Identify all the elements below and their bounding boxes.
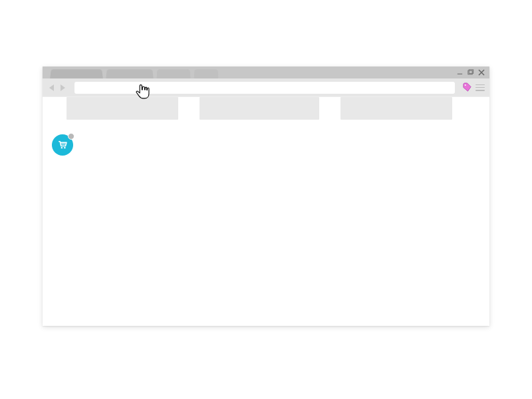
window-controls (456, 68, 485, 76)
cart-button[interactable] (52, 134, 73, 156)
nav-arrows (47, 82, 68, 93)
minimize-icon[interactable] (456, 68, 464, 76)
tab-2[interactable] (106, 69, 153, 78)
back-button[interactable] (47, 82, 57, 93)
svg-marker-6 (61, 84, 65, 91)
cart-icon (57, 139, 68, 151)
tab-active[interactable] (50, 69, 103, 78)
cart-notification-dot (68, 133, 74, 140)
svg-point-11 (64, 147, 65, 148)
tab-strip (43, 66, 489, 78)
svg-marker-5 (49, 84, 54, 91)
content-block-3 (340, 97, 452, 120)
close-icon[interactable] (477, 68, 485, 76)
forward-button[interactable] (57, 82, 68, 93)
placeholder-row (43, 97, 489, 120)
browser-window (43, 66, 489, 326)
tab-3[interactable] (157, 69, 191, 78)
content-block-1 (66, 97, 178, 120)
content-block-2 (200, 97, 319, 120)
svg-point-10 (61, 147, 63, 148)
maximize-icon[interactable] (466, 68, 475, 76)
svg-point-7 (464, 84, 466, 86)
toolbar (43, 78, 489, 97)
menu-button[interactable] (475, 83, 485, 92)
address-bar[interactable] (74, 82, 455, 94)
price-tag-extension-icon[interactable] (462, 82, 472, 93)
tab-4[interactable] (194, 69, 219, 78)
page-content (43, 97, 489, 326)
